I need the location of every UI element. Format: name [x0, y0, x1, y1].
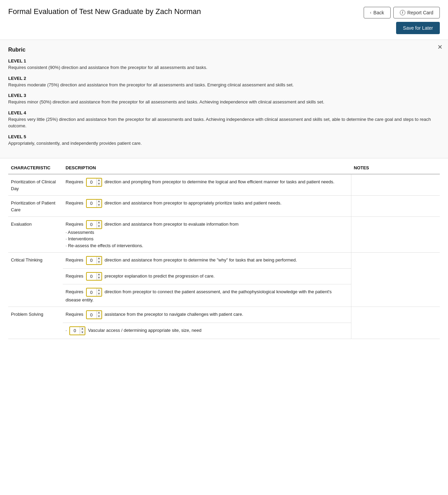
rubric-level-5-label: LEVEL 5 — [8, 134, 440, 139]
level-input[interactable] — [87, 312, 96, 318]
table-row: Prioritization of Patient CareRequires ▲… — [8, 196, 440, 217]
spinner-arrows: ▲▼ — [96, 179, 101, 186]
notes-cell — [351, 217, 440, 253]
table-row: Critical ThinkingRequires ▲▼ direction a… — [8, 253, 440, 269]
notes-cell — [351, 174, 440, 196]
spinner-wrap: ▲▼ — [86, 199, 102, 208]
report-card-label: Report Card — [407, 10, 433, 15]
description-after-line: direction from preceptor to connect the … — [66, 289, 332, 302]
notes-cell — [351, 253, 440, 307]
rubric-title: Rubric — [8, 47, 440, 53]
description-after-line: direction and assistance from preceptor … — [103, 200, 282, 206]
characteristic-cell: Critical Thinking — [8, 253, 63, 307]
description-before: Requires — [66, 200, 85, 206]
save-label: Save for Later — [403, 25, 433, 31]
spinner-up-button[interactable]: ▲ — [97, 221, 101, 225]
rubric-level-3-label: LEVEL 3 — [8, 93, 440, 98]
description-before: Requires — [66, 289, 85, 295]
evaluation-table-section: CHARACTERISTIC DESCRIPTION NOTES Priorit… — [0, 161, 448, 353]
level-input[interactable] — [87, 221, 96, 228]
level-input[interactable] — [70, 327, 80, 334]
back-label: Back — [374, 10, 384, 15]
spinner-arrows: ▲▼ — [96, 311, 101, 319]
info-icon: i — [400, 10, 405, 15]
spinner-down-button[interactable]: ▼ — [97, 315, 101, 319]
description-after-line: direction and prompting from preceptor t… — [103, 179, 335, 184]
col-header-notes: NOTES — [351, 161, 440, 174]
spinner-down-button[interactable]: ▼ — [97, 260, 101, 264]
spinner-up-button[interactable]: ▲ — [97, 273, 101, 277]
spinner-arrows: ▲▼ — [96, 200, 101, 207]
spinner-arrows: ▲▼ — [96, 257, 101, 264]
level-input[interactable] — [87, 257, 96, 264]
level-input[interactable] — [87, 200, 96, 207]
spinner-down-button[interactable]: ▼ — [80, 331, 85, 335]
table-row: Prioritization of Clinical DayRequires ▲… — [8, 174, 440, 196]
spinner-up-button[interactable]: ▲ — [97, 179, 101, 182]
rubric-level-1-label: LEVEL 1 — [8, 58, 440, 63]
spinner-wrap: ▲▼ — [86, 178, 102, 187]
level-input[interactable] — [87, 179, 96, 185]
spinner-down-button[interactable]: ▼ — [97, 276, 101, 280]
characteristic-cell: Problem Solving — [8, 307, 63, 339]
spinner-wrap: ▲▼ — [86, 288, 102, 297]
rubric-level-2-desc: Requires moderate (75%) direction and as… — [8, 82, 440, 88]
spinner-up-button[interactable]: ▲ — [80, 327, 85, 331]
spinner-wrap: ▲▼ — [86, 272, 102, 281]
spinner-up-button[interactable]: ▲ — [97, 257, 101, 260]
rubric-level-2: LEVEL 2 Requires moderate (75%) directio… — [8, 76, 440, 88]
description-after-line: · Interventions — [66, 236, 94, 241]
description-after-line: direction and assistance from preceptor … — [103, 222, 239, 227]
rubric-section: ✕ Rubric LEVEL 1 Requires consistent (90… — [0, 40, 448, 158]
spinner-up-button[interactable]: ▲ — [97, 200, 101, 203]
rubric-level-2-label: LEVEL 2 — [8, 76, 440, 81]
spinner-arrows: ▲▼ — [96, 288, 101, 296]
description-cell: Requires ▲▼ direction and assistance fro… — [63, 196, 351, 217]
col-header-characteristic: CHARACTERISTIC — [8, 161, 63, 174]
rubric-level-1-desc: Requires consistent (90%) direction and … — [8, 64, 440, 71]
description-cell: Requires ▲▼ assistance from the precepto… — [63, 307, 351, 323]
spinner-arrows: ▲▼ — [80, 327, 85, 335]
description-before: Requires — [66, 179, 85, 184]
notes-cell — [351, 307, 440, 339]
save-for-later-button[interactable]: Save for Later — [396, 22, 440, 34]
spinner-down-button[interactable]: ▼ — [97, 182, 101, 186]
description-cell: Requires ▲▼ direction and prompting from… — [63, 174, 351, 196]
description-cell: · ▲▼ Vascular access / determining appro… — [63, 323, 351, 339]
spinner-wrap: ▲▼ — [86, 310, 102, 319]
back-button[interactable]: ‹ Back — [364, 7, 391, 18]
spinner-down-button[interactable]: ▼ — [97, 203, 101, 207]
characteristic-cell: Prioritization of Clinical Day — [8, 174, 63, 196]
spinner-down-button[interactable]: ▼ — [97, 225, 101, 228]
report-card-button[interactable]: i Report Card — [393, 7, 440, 18]
rubric-level-4-desc: Requires very little (25%) direction and… — [8, 116, 440, 129]
spinner-down-button[interactable]: ▼ — [97, 292, 101, 296]
spinner-wrap: ▲▼ — [69, 326, 85, 335]
description-after-line: assistance from the preceptor to navigat… — [103, 312, 243, 317]
rubric-level-3: LEVEL 3 Requires minor (50%) direction a… — [8, 93, 440, 105]
rubric-level-5-desc: Appropriately, consistently, and indepen… — [8, 140, 440, 147]
description-before: Requires — [66, 257, 85, 263]
chevron-left-icon: ‹ — [370, 10, 372, 15]
spinner-arrows: ▲▼ — [96, 221, 101, 228]
description-after-line: · Re-assess the effects of interventions… — [66, 243, 143, 248]
description-after-line: direction and assistance from preceptor … — [103, 257, 297, 263]
bullet-prefix: · — [66, 328, 68, 333]
rubric-level-4-label: LEVEL 4 — [8, 110, 440, 115]
description-cell: Requires ▲▼ direction from preceptor to … — [63, 284, 351, 307]
page-header: Formal Evaluation of Test New Graduate b… — [0, 0, 448, 40]
spinner-wrap: ▲▼ — [86, 256, 102, 265]
description-after: Vascular access / determining appropriat… — [87, 328, 201, 333]
spinner-up-button[interactable]: ▲ — [97, 288, 101, 292]
description-before: Requires — [66, 222, 85, 227]
level-input[interactable] — [87, 289, 96, 296]
description-after-line: preceptor explanation to predict the pro… — [103, 273, 215, 279]
level-input[interactable] — [87, 273, 96, 280]
evaluation-table: CHARACTERISTIC DESCRIPTION NOTES Priorit… — [8, 161, 440, 339]
description-cell: Requires ▲▼ direction and assistance fro… — [63, 253, 351, 269]
spinner-up-button[interactable]: ▲ — [97, 311, 101, 315]
description-before: Requires — [66, 273, 85, 279]
description-after-line: · Assessments — [66, 230, 94, 235]
rubric-close-button[interactable]: ✕ — [437, 44, 443, 50]
table-row: Problem SolvingRequires ▲▼ assistance fr… — [8, 307, 440, 323]
